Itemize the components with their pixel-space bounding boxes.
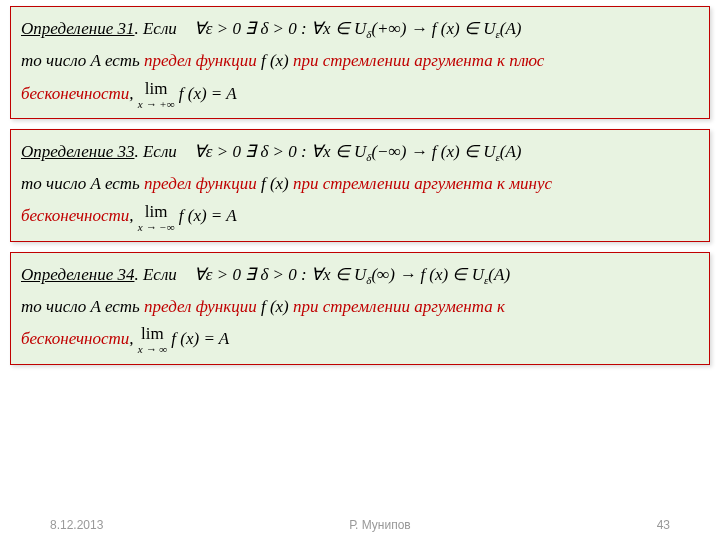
footer-author: Р. Мунипов [349, 518, 410, 532]
row2-red: предел функции [144, 51, 257, 70]
def-row-1: Определение 33. Если ∀ε > 0 ∃ δ > 0 : ∀x… [21, 136, 699, 168]
row2-red: предел функции [144, 174, 257, 193]
def-esli: . Если [134, 19, 176, 38]
def-row-2: то число A есть предел функции f (x) при… [21, 45, 699, 77]
definition-box-34: Определение 34. Если ∀ε > 0 ∃ δ > 0 : ∀x… [10, 252, 710, 365]
row2-A: A [91, 174, 101, 193]
def-esli: . Если [134, 265, 176, 284]
row2-red2: при стремлении аргумента к [293, 297, 505, 316]
limit-expr: lim x → ∞ [138, 325, 167, 355]
row3-comma: , [129, 206, 138, 225]
def-condition: ∀ε > 0 ∃ δ > 0 : ∀x ∈ Uδ(+∞) → f (x) ∈ U… [194, 19, 522, 38]
lim-sub: x → ∞ [138, 344, 167, 355]
row2-fx: f (x) [257, 51, 293, 70]
def-row-2: то число A есть предел функции f (x) при… [21, 168, 699, 200]
row2-A: A [91, 297, 101, 316]
lim-rhs: f (x) = A [179, 206, 237, 225]
row3-red: бесконечности [21, 84, 129, 103]
lim-word: lim [138, 80, 175, 97]
row2-red: предел функции [144, 297, 257, 316]
lim-word: lim [138, 325, 167, 342]
limit-expr: lim x → +∞ [138, 80, 175, 110]
row2-b: есть [101, 51, 144, 70]
def-row-3: бесконечности, lim x → −∞ f (x) = A [21, 200, 699, 232]
def-condition: ∀ε > 0 ∃ δ > 0 : ∀x ∈ Uδ(−∞) → f (x) ∈ U… [194, 142, 522, 161]
row2-red2: при стремлении аргумента к минус [293, 174, 552, 193]
row3-red: бесконечности [21, 206, 129, 225]
def-row-1: Определение 34. Если ∀ε > 0 ∃ δ > 0 : ∀x… [21, 259, 699, 291]
row2-red2: при стремлении аргумента к плюс [293, 51, 544, 70]
row3-red: бесконечности [21, 329, 129, 348]
cond-a: ∀ε > 0 ∃ δ > 0 : ∀x ∈ U [194, 142, 367, 161]
def-title: Определение 31 [21, 19, 134, 38]
cond-c: (A) [500, 142, 522, 161]
def-condition: ∀ε > 0 ∃ δ > 0 : ∀x ∈ Uδ(∞) → f (x) ∈ Uε… [194, 265, 510, 284]
row2-b: есть [101, 297, 144, 316]
definition-box-31: Определение 31. Если ∀ε > 0 ∃ δ > 0 : ∀x… [10, 6, 710, 119]
row2-fx: f (x) [257, 174, 293, 193]
slide-footer: 8.12.2013 Р. Мунипов 43 [0, 518, 720, 532]
row2-fx: f (x) [257, 297, 293, 316]
limit-expr: lim x → −∞ [138, 203, 175, 233]
row2-a: то число [21, 51, 91, 70]
def-row-1: Определение 31. Если ∀ε > 0 ∃ δ > 0 : ∀x… [21, 13, 699, 45]
lim-rhs: f (x) = A [171, 329, 229, 348]
lim-sub: x → +∞ [138, 99, 175, 110]
row3-comma: , [129, 84, 138, 103]
row2-a: то число [21, 174, 91, 193]
cond-b: (+∞) → f (x) ∈ U [371, 19, 495, 38]
def-title: Определение 33 [21, 142, 134, 161]
row3-comma: , [129, 329, 138, 348]
row2-b: есть [101, 174, 144, 193]
lim-sub: x → −∞ [138, 222, 175, 233]
footer-date: 8.12.2013 [50, 518, 103, 532]
cond-c: (A) [488, 265, 510, 284]
row2-a: то число [21, 297, 91, 316]
footer-page: 43 [657, 518, 670, 532]
cond-c: (A) [500, 19, 522, 38]
cond-a: ∀ε > 0 ∃ δ > 0 : ∀x ∈ U [194, 265, 367, 284]
def-row-3: бесконечности, lim x → ∞ f (x) = A [21, 323, 699, 355]
row2-A: A [91, 51, 101, 70]
cond-b: (∞) → f (x) ∈ U [371, 265, 484, 284]
definition-box-33: Определение 33. Если ∀ε > 0 ∃ δ > 0 : ∀x… [10, 129, 710, 242]
def-row-3: бесконечности, lim x → +∞ f (x) = A [21, 78, 699, 110]
lim-rhs: f (x) = A [179, 84, 237, 103]
cond-a: ∀ε > 0 ∃ δ > 0 : ∀x ∈ U [194, 19, 367, 38]
def-esli: . Если [134, 142, 176, 161]
def-title: Определение 34 [21, 265, 134, 284]
lim-word: lim [138, 203, 175, 220]
def-row-2: то число A есть предел функции f (x) при… [21, 291, 699, 323]
cond-b: (−∞) → f (x) ∈ U [371, 142, 495, 161]
